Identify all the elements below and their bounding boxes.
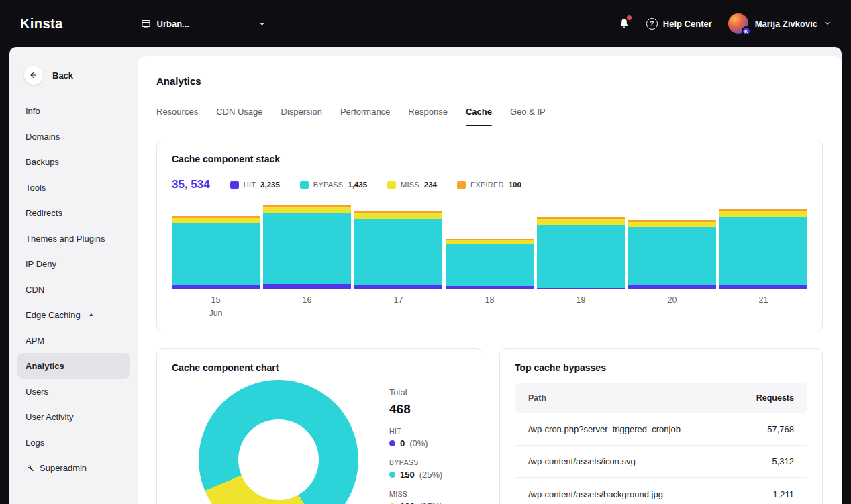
sidebar-item-domains[interactable]: Domains	[17, 123, 130, 149]
stacked-bar-17[interactable]	[354, 211, 442, 289]
column-header-path: Path	[528, 393, 546, 403]
legend-value: 100	[509, 181, 521, 189]
sidebar-item-users[interactable]: Users	[17, 379, 130, 404]
sidebar-item-label: Backups	[26, 157, 59, 167]
tab-response[interactable]: Response	[408, 107, 448, 126]
legend-item-expired[interactable]: EXPIRED 100	[457, 181, 521, 189]
sidebar-item-label: Users	[26, 387, 48, 397]
bar-segment-bypass	[446, 244, 534, 286]
stacked-bar-18[interactable]	[446, 239, 534, 289]
topbar-right-group: ? Help Center K Marija Zivkovic	[618, 13, 831, 34]
donut-legend-hit[interactable]: HIT 0 (0%)	[389, 427, 442, 448]
legend-label: HIT	[389, 427, 442, 435]
back-arrow-icon	[24, 66, 43, 85]
sidebar-item-label: Superadmin	[40, 463, 87, 473]
sidebar-item-edge-caching[interactable]: Edge Caching ▲	[17, 302, 130, 327]
tab-geo-ip[interactable]: Geo & IP	[510, 107, 546, 126]
table-row[interactable]: /wp-cron.php?server_triggered_cronjob 57…	[515, 413, 807, 446]
stacked-bar-20[interactable]	[628, 220, 716, 289]
help-center-button[interactable]: ? Help Center	[646, 18, 712, 30]
cache-stack-title: Cache component stack	[172, 154, 807, 164]
sidebar-item-apm[interactable]: APM	[17, 327, 130, 353]
sidebar-nav: Info Domains Backups Tools Redirects The…	[17, 98, 130, 481]
stacked-bar-16[interactable]	[263, 205, 351, 289]
path-cell: /wp-cron.php?server_triggered_cronjob	[528, 424, 681, 434]
legend-label: MISS	[389, 490, 442, 498]
hit-swatch	[230, 181, 239, 189]
user-menu[interactable]: K Marija Zivkovic	[728, 13, 831, 34]
legend-value: 234	[424, 181, 437, 189]
tab-dispersion[interactable]: Dispersion	[281, 107, 322, 126]
analytics-tabs: Resources CDN Usage Dispersion Performan…	[156, 107, 823, 126]
sidebar-item-ip-deny[interactable]: IP Deny	[17, 251, 130, 276]
avatar-badge: K	[742, 26, 751, 36]
legend-item-hit[interactable]: HIT 3,235	[230, 181, 280, 189]
tab-performance[interactable]: Performance	[340, 107, 390, 126]
sidebar-item-tools[interactable]: Tools	[17, 174, 130, 200]
tab-cdn-usage[interactable]: CDN Usage	[216, 107, 262, 126]
legend-value: 150	[400, 470, 415, 480]
sidebar-item-label: Redirects	[26, 208, 62, 218]
sidebar-item-analytics[interactable]: Analytics	[17, 353, 130, 379]
sidebar-item-backups[interactable]: Backups	[17, 149, 130, 174]
month-label: Jun	[172, 309, 260, 318]
help-icon: ?	[646, 18, 658, 30]
donut-legend: Total 468 HIT 0 (0%) BYPASS	[389, 380, 442, 504]
stacked-bar-21[interactable]	[719, 209, 807, 289]
bar-segment-hit	[719, 285, 807, 289]
notifications-button[interactable]	[618, 17, 630, 30]
wrench-icon	[26, 464, 34, 472]
site-selector-label: Urban...	[157, 19, 189, 29]
stacked-bar-19[interactable]	[537, 217, 625, 289]
bar-segment-miss	[172, 218, 260, 223]
kinsta-logo[interactable]: Kinsta	[20, 16, 63, 32]
app-frame: Back Info Domains Backups Tools Redirect…	[9, 47, 842, 504]
legend-item-miss[interactable]: MISS 234	[387, 181, 437, 189]
sidebar-item-superadmin[interactable]: Superadmin	[17, 455, 130, 481]
miss-swatch	[387, 181, 396, 189]
donut-legend-bypass[interactable]: BYPASS 150 (25%)	[389, 458, 442, 480]
stacked-bar-chart	[172, 203, 807, 289]
sidebar-item-themes-and-plugins[interactable]: Themes and Plugins	[17, 225, 130, 251]
bar-segment-miss	[628, 222, 716, 227]
bar-segment-bypass	[719, 217, 807, 285]
sidebar-item-label: Info	[26, 106, 40, 116]
hit-dot	[389, 440, 395, 446]
sidebar-item-user-activity[interactable]: User Activity	[17, 404, 130, 430]
donut-chart[interactable]	[199, 380, 358, 504]
column-header-requests: Requests	[756, 393, 794, 403]
sidebar-item-cdn[interactable]: CDN	[17, 276, 130, 302]
stacked-bar-15[interactable]	[172, 216, 260, 289]
tab-resources[interactable]: Resources	[156, 107, 198, 126]
site-selector[interactable]: Urban...	[141, 19, 266, 29]
bar-segment-hit	[263, 284, 351, 289]
back-button[interactable]: Back	[24, 66, 130, 85]
warning-icon: ▲	[89, 312, 94, 317]
table-row[interactable]: /wp-content/assets/icon.svg 5,312	[515, 446, 807, 478]
sidebar-item-info[interactable]: Info	[17, 98, 130, 123]
tab-cache[interactable]: Cache	[466, 107, 492, 126]
cache-stack-legend: 35, 534 HIT 3,235 BYPASS 1,435 MISS 234	[172, 178, 807, 191]
sidebar-item-label: IP Deny	[26, 259, 56, 269]
table-row[interactable]: /wp-content/assets/background.jpg 1,211	[515, 478, 807, 504]
top-bypasses-title: Top cache bypasses	[515, 362, 807, 373]
bar-segment-hit	[354, 285, 442, 289]
sidebar-item-logs[interactable]: Logs	[17, 430, 130, 455]
chevron-down-icon	[258, 20, 266, 28]
bar-segment-bypass	[628, 227, 716, 285]
main-content: Analytics Resources CDN Usage Dispersion…	[138, 56, 842, 504]
legend-value: 1,435	[348, 181, 367, 189]
legend-value: 0	[400, 438, 405, 448]
donut-total-label: Total	[389, 388, 442, 397]
requests-cell: 57,768	[767, 424, 794, 434]
bar-segment-miss	[354, 213, 442, 219]
donut-hole	[238, 419, 319, 500]
bypass-dot	[389, 472, 395, 478]
legend-label: HIT	[244, 181, 256, 189]
x-axis: 15161718192021	[172, 295, 807, 305]
legend-label: BYPASS	[313, 181, 343, 189]
legend-item-bypass[interactable]: BYPASS 1,435	[300, 181, 367, 189]
x-axis-label: 18	[446, 295, 534, 305]
donut-legend-miss[interactable]: MISS 126 (27%)	[389, 490, 442, 504]
sidebar-item-redirects[interactable]: Redirects	[17, 200, 130, 225]
